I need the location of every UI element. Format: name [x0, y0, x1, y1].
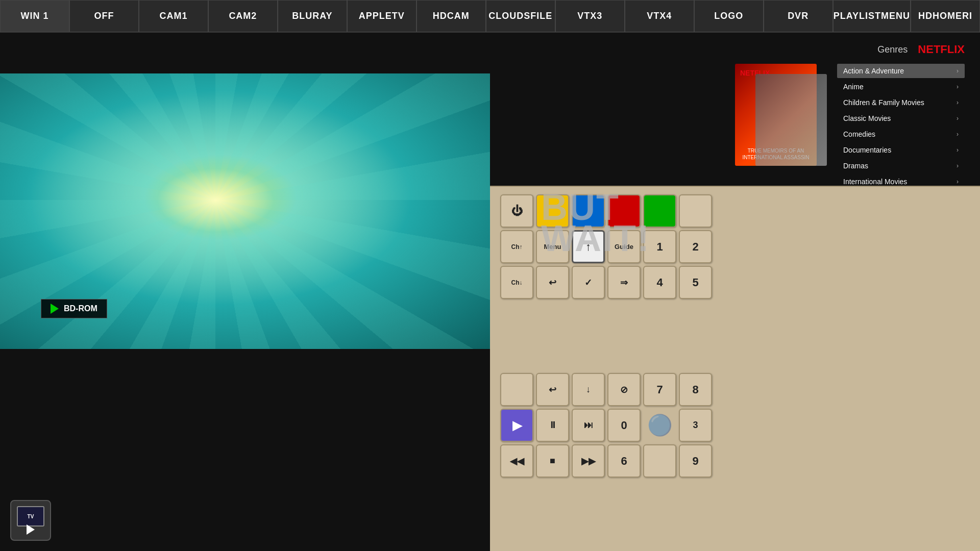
remote-grid: ⏻ Ch↑ Menu ↑ Guide 1 2 Ch↓ ↩ ✓ ⇒ 4 5 — [500, 194, 970, 370]
up-button[interactable]: ↑ — [572, 230, 605, 263]
num-5-button[interactable]: 5 — [679, 266, 712, 299]
num-1-button[interactable]: 1 — [643, 230, 676, 263]
remote-grid-2: ↩ ↓ ⊘ 7 8 ▶ ⏸ ⏭ 0 🔵 3 ◀◀ ■ ▶▶ 6 9 — [500, 373, 970, 549]
ch-down-button[interactable]: Ch↓ — [500, 266, 533, 299]
genre-chevron-icon: › — [957, 162, 959, 169]
nav-btn-dvr[interactable]: DVR — [764, 0, 833, 32]
genre-chevron-icon: › — [957, 99, 959, 106]
watermark: 🔵 — [643, 409, 676, 442]
check-button[interactable]: ✓ — [572, 266, 605, 299]
num-6-button[interactable]: 6 — [607, 444, 641, 478]
genre-item-0[interactable]: Action & Adventure› — [837, 64, 965, 78]
nav-btn-vtx4[interactable]: VTX4 — [625, 0, 694, 32]
nav-btn-hdcam[interactable]: HDCAM — [416, 0, 486, 32]
tv-screen-label: TV — [28, 514, 34, 519]
genre-chevron-icon: › — [957, 178, 959, 185]
genre-label: Dramas — [843, 162, 868, 170]
play-button[interactable]: ▶ — [500, 409, 533, 442]
blue-button[interactable] — [572, 194, 605, 228]
num-7-button[interactable]: 7 — [643, 373, 676, 406]
remote-control: BUTWAIT! ⏻ Ch↑ Menu ↑ Guide 1 2 Ch↓ ↩ ✓ — [490, 186, 980, 551]
fast-forward-button[interactable]: ▶▶ — [572, 444, 605, 478]
nav-btn-cam2[interactable]: CAM2 — [208, 0, 278, 32]
netflix-label: NETFLIX — [918, 43, 965, 56]
netflix-header: Genres NETFLIX — [505, 43, 965, 56]
play-triangle-icon — [51, 304, 59, 314]
menu-button[interactable]: Menu — [536, 230, 569, 263]
ch-up-button[interactable]: Ch↑ — [500, 230, 533, 263]
nav-btn-appletv[interactable]: APPLETV — [347, 0, 416, 32]
tv-icon-inner: TV — [14, 504, 47, 537]
genre-chevron-icon: › — [957, 131, 959, 138]
empty-2 — [500, 373, 533, 406]
genre-label: Classic Movies — [843, 114, 891, 122]
green-button[interactable] — [643, 194, 676, 228]
top-navigation: WIN 1OFFCAM1CAM2BLURAYAPPLETVHDCAMCLOUDS… — [0, 0, 980, 33]
forward-arrow-button[interactable]: ⇒ — [607, 266, 641, 299]
genre-chevron-icon: › — [957, 83, 959, 90]
tv-play-icon — [27, 524, 35, 535]
nav-btn-off[interactable]: OFF — [69, 0, 139, 32]
num-0-button[interactable]: 0 — [607, 409, 641, 442]
genre-label: Action & Adventure — [843, 67, 904, 75]
genre-label: Children & Family Movies — [843, 98, 924, 107]
back-button[interactable]: ↩ — [536, 266, 569, 299]
nav-btn-win1[interactable]: WIN 1 — [0, 0, 69, 32]
genre-item-4[interactable]: Comedies› — [837, 127, 965, 141]
num-9-button[interactable]: 9 — [679, 444, 712, 478]
rewind-button[interactable]: ◀◀ — [500, 444, 533, 478]
back2-button[interactable]: ↩ — [536, 373, 569, 406]
tv-screen: TV — [17, 506, 44, 527]
netflix-panel: Genres NETFLIX NETFLIX TRUE MEMOIRS OF A… — [490, 33, 980, 186]
movie-poster-overlay — [755, 74, 827, 166]
nav-btn-hdhomeri[interactable]: HDHOMERI — [911, 0, 980, 32]
num-8-button[interactable]: 8 — [679, 373, 712, 406]
genre-item-1[interactable]: Anime› — [837, 80, 965, 94]
genre-label: Comedies — [843, 130, 875, 138]
skip-forward-button[interactable]: ⏭ — [572, 409, 605, 442]
power-button[interactable]: ⏻ — [500, 194, 533, 228]
video-display: BD-ROM — [0, 73, 490, 349]
genre-item-2[interactable]: Children & Family Movies› — [837, 95, 965, 110]
bd-rom-label: BD-ROM — [64, 304, 97, 313]
nav-btn-vtx3[interactable]: VTX3 — [555, 0, 625, 32]
genre-label: Documentaries — [843, 146, 891, 154]
down-button[interactable]: ↓ — [572, 373, 605, 406]
num-3-button[interactable]: 3 — [679, 409, 712, 442]
no-button[interactable]: ⊘ — [607, 373, 641, 406]
nav-btn-bluray[interactable]: BLURAY — [278, 0, 347, 32]
nav-btn-cam1[interactable]: CAM1 — [139, 0, 208, 32]
num-2-button[interactable]: 2 — [679, 230, 712, 263]
genre-item-3[interactable]: Classic Movies› — [837, 111, 965, 126]
genres-label: Genres — [877, 44, 908, 55]
bd-rom-badge: BD-ROM — [41, 299, 107, 318]
genre-item-6[interactable]: Dramas› — [837, 159, 965, 173]
yellow-button[interactable] — [536, 194, 569, 228]
movie-thumbnail[interactable]: NETFLIX TRUE MEMOIRS OF AN INTERNATIONAL… — [735, 64, 827, 166]
pause-button[interactable]: ⏸ — [536, 409, 569, 442]
genre-chevron-icon: › — [957, 67, 959, 74]
red-button[interactable] — [607, 194, 641, 228]
empty-1 — [679, 194, 712, 228]
empty-3 — [643, 444, 676, 478]
genre-item-5[interactable]: Documentaries› — [837, 143, 965, 157]
right-area: Genres NETFLIX NETFLIX TRUE MEMOIRS OF A… — [490, 33, 980, 551]
genre-chevron-icon: › — [957, 146, 959, 154]
tv-icon-button[interactable]: TV — [10, 500, 51, 541]
nav-btn-playlistmenu[interactable]: PLAYLISTMENU — [833, 0, 911, 32]
num-4-button[interactable]: 4 — [643, 266, 676, 299]
guide-button[interactable]: Guide — [607, 230, 641, 263]
nav-btn-logo[interactable]: LOGO — [694, 0, 764, 32]
stop-button[interactable]: ■ — [536, 444, 569, 478]
genre-label: International Movies — [843, 178, 907, 186]
nav-btn-cloudsfile[interactable]: CLOUDSFILE — [486, 0, 555, 32]
genre-chevron-icon: › — [957, 115, 959, 122]
main-content: BD-ROM TV Genres NETFLIX — [0, 33, 980, 551]
genre-label: Anime — [843, 83, 864, 91]
left-area: BD-ROM TV — [0, 33, 490, 551]
